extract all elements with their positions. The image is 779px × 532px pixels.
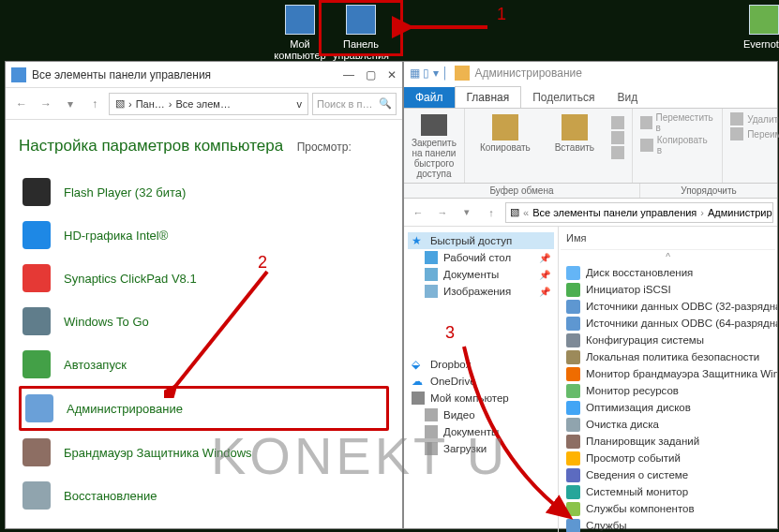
breadcrumb[interactable]: ▧ « Все элементы панели управления › Адм… — [505, 202, 773, 223]
ribbon-delete-button[interactable]: Удалить — [730, 112, 779, 126]
folder-icon: ▧ — [115, 97, 125, 110]
tree-documents[interactable]: Документы📌 — [408, 266, 554, 283]
documents-icon — [425, 425, 438, 438]
shortcut-icon — [566, 317, 580, 331]
list-item[interactable]: Инициатор iSCSI — [561, 281, 775, 298]
tree-pictures[interactable]: Изображения📌 — [408, 283, 554, 300]
list-item[interactable]: Источники данных ODBC (32-разрядна… — [561, 298, 775, 315]
nav-history-button[interactable]: ▾ — [60, 94, 81, 114]
app-icon — [22, 350, 51, 378]
ribbon-copypath-button[interactable] — [611, 131, 624, 144]
ribbon-cut-button[interactable] — [611, 116, 624, 129]
list-item-label: Системный монитор — [586, 486, 688, 497]
annotation-arrow-1 — [403, 21, 487, 34]
list-item[interactable]: Системный монитор — [561, 483, 775, 500]
cp-item-label: Windows To Go — [64, 315, 149, 329]
nav-forward-button[interactable]: → — [36, 94, 56, 114]
list-item-label: Планировщик заданий — [586, 436, 699, 447]
cp-item[interactable]: HD-графика Intel® — [19, 214, 389, 257]
move-icon — [640, 116, 652, 129]
ribbon-copy-button[interactable]: Копировать — [472, 112, 538, 153]
titlebar[interactable]: ▦ ▯ ▾ │ Администрирование — [404, 62, 777, 84]
tree-desktop[interactable]: Рабочий стол📌 — [408, 249, 554, 266]
ribbon-paste-button[interactable]: Вставить — [542, 112, 607, 153]
minimize-button[interactable]: — — [343, 68, 354, 81]
window-title: Все элементы панели управления — [32, 68, 211, 81]
list-item-label: Локальная политика безопасности — [586, 351, 759, 362]
list-item-label: Источники данных ODBC (32-разрядна… — [586, 301, 777, 312]
search-input[interactable]: Поиск в п… 🔍 — [312, 93, 397, 115]
app-icon — [22, 307, 51, 335]
list-item-label: Инициатор iSCSI — [586, 284, 671, 295]
annotation-number-1: 1 — [497, 5, 506, 24]
chevron-down-icon[interactable]: v — [297, 98, 303, 110]
scissors-icon — [611, 116, 624, 129]
ribbon-rename-button[interactable]: Переимен — [730, 127, 779, 140]
column-header-name[interactable]: Имя — [561, 230, 775, 250]
desktop-icon-label: Evernote — [731, 38, 779, 50]
ribbon-moveto-button[interactable]: Переместить в — [640, 112, 714, 133]
tab-main[interactable]: Главная — [455, 86, 522, 108]
cp-item[interactable]: Восстановление — [19, 474, 389, 517]
onedrive-icon: ☁ — [412, 375, 425, 388]
close-button[interactable]: ✕ — [387, 68, 397, 81]
list-item[interactable]: Службы компонентов — [561, 500, 775, 517]
page-title: Настройка параметров компьютера — [19, 137, 283, 155]
control-panel-icon — [11, 67, 26, 82]
list-item-label: Службы компонентов — [586, 503, 695, 514]
shortcut-icon — [566, 283, 580, 297]
list-item[interactable]: Очистка диска — [561, 416, 775, 433]
downloads-icon — [425, 442, 438, 455]
list-item[interactable]: Планировщик заданий — [561, 433, 775, 450]
list-item[interactable]: Сведения о системе — [561, 466, 775, 483]
cp-item[interactable]: Брандмауэр Защитника Windows — [19, 431, 389, 474]
cp-item-label: Восстановление — [64, 489, 157, 503]
tree-quickaccess[interactable]: ★Быстрый доступ — [408, 232, 554, 249]
titlebar[interactable]: Все элементы панели управления — ▢ ✕ — [6, 62, 402, 88]
app-icon — [22, 178, 51, 206]
cp-item[interactable]: Flash Player (32 бита) — [19, 170, 389, 214]
list-item[interactable]: Конфигурация системы — [561, 332, 775, 348]
nav-history-button[interactable]: ▾ — [457, 202, 477, 223]
breadcrumb[interactable]: ▧ › Пан… › Все элем… v — [109, 93, 308, 115]
ribbon-pin-button[interactable]: Закрепить на панели быстрого доступа — [404, 109, 465, 183]
ribbon-pasteshortcut-button[interactable] — [611, 146, 624, 159]
nav-up-button[interactable]: ↑ — [84, 94, 105, 114]
list-item[interactable]: Просмотр событий — [561, 450, 775, 466]
ribbon: Закрепить на панели быстрого доступа Коп… — [404, 109, 777, 184]
paste-icon — [562, 114, 588, 140]
list-item-label: Просмотр событий — [586, 452, 681, 464]
nav-up-button[interactable]: ↑ — [481, 202, 502, 223]
documents-icon — [425, 268, 438, 281]
list-item[interactable]: Службы — [561, 517, 775, 532]
tab-share[interactable]: Поделиться — [521, 87, 606, 108]
search-icon: 🔍 — [379, 97, 392, 110]
list-item-label: Монитор ресурсов — [586, 385, 679, 396]
list-item[interactable]: Диск восстановления — [561, 264, 775, 281]
view-label[interactable]: Просмотр: — [297, 140, 352, 154]
list-item[interactable]: Источники данных ODBC (64-разрядна… — [561, 315, 775, 332]
tab-file[interactable]: Файл — [404, 87, 455, 108]
pin-icon: 📌 — [539, 270, 550, 280]
desktop-icon-evernote[interactable]: Evernote — [731, 5, 779, 50]
nav-back-button[interactable]: ← — [11, 94, 32, 114]
list-item[interactable]: Монитор брандмауэра Защитника Win… — [561, 365, 775, 382]
list-item[interactable]: Локальная политика безопасности — [561, 348, 775, 365]
app-icon — [22, 221, 51, 249]
folder-icon: ▧ — [510, 206, 519, 218]
annotation-arrow-3 — [450, 342, 581, 520]
address-bar: ← → ▾ ↑ ▧ « Все элементы панели управлен… — [404, 199, 777, 227]
tab-view[interactable]: Вид — [606, 87, 649, 108]
sort-indicator: ^ — [561, 250, 775, 264]
annotation-arrow-2 — [164, 267, 277, 398]
shortcut-icon — [566, 266, 580, 280]
pictures-icon — [425, 285, 438, 298]
list-item-label: Службы — [586, 520, 627, 531]
maximize-button[interactable]: ▢ — [366, 68, 376, 81]
ribbon-copyto-button[interactable]: Копировать в — [640, 135, 714, 155]
list-item[interactable]: Оптимизация дисков — [561, 399, 775, 416]
nav-forward-button[interactable]: → — [432, 202, 453, 223]
list-item[interactable]: Монитор ресурсов — [561, 382, 775, 399]
nav-back-button[interactable]: ← — [408, 202, 428, 223]
quick-access-toolbar[interactable]: ▦ ▯ ▾ │ — [410, 66, 449, 80]
